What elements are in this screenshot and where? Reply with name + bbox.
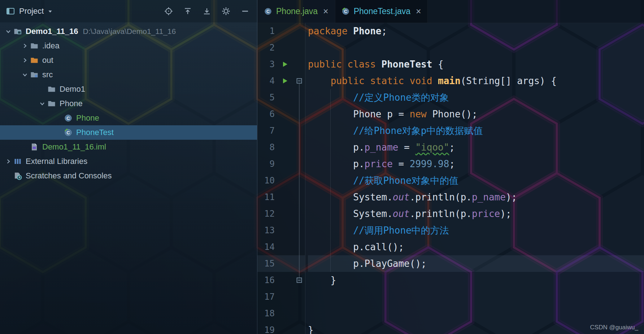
svg-text:C: C [66, 116, 70, 121]
line-number: 18 [257, 305, 275, 322]
chevron-down-icon[interactable] [4, 27, 13, 36]
tree-item-phonetest-class[interactable]: C PhoneTest [0, 125, 257, 140]
tree-item-phone-class[interactable]: C Phone [0, 111, 257, 125]
line-number: 8 [257, 139, 275, 156]
line-number: 7 [257, 122, 275, 139]
gutter-line[interactable]: 13 [257, 222, 305, 239]
tree-item-phone-folder[interactable]: Phone [0, 96, 257, 111]
code-line[interactable]: p.price = 2999.98; [308, 156, 644, 172]
tab-label[interactable]: PhoneTest.java [354, 6, 410, 16]
tree-item-project-root[interactable]: Demo1_11_16 D:\Java\java\Demo1_11_16 [0, 24, 257, 39]
run-icon[interactable] [281, 77, 288, 86]
line-number: 19 [257, 322, 275, 334]
code-line[interactable]: p.call(); [308, 239, 644, 255]
line-number: 16 [257, 272, 275, 289]
chevron-right-icon[interactable] [4, 157, 13, 166]
code-line[interactable]: p.PlayGame(); [308, 255, 644, 272]
line-number: 9 [257, 156, 275, 172]
locate-icon[interactable] [164, 6, 173, 16]
code-line[interactable]: System.out.println(p.p_name); [308, 189, 644, 205]
tab-phone-java[interactable]: C Phone.java × [257, 0, 335, 23]
editor-body: 12345678910111213141516171819 package Ph… [257, 23, 644, 334]
runnable-class-icon: C [64, 128, 73, 137]
chevron-down-icon[interactable] [46, 7, 54, 15]
gutter-line[interactable]: 4 [257, 73, 305, 89]
editor-panel: C Phone.java × C PhoneTest.java × 123456… [257, 0, 644, 334]
chevron-down-icon[interactable] [20, 70, 30, 79]
gutter-line[interactable]: 15 [257, 255, 305, 272]
code-line[interactable] [308, 305, 644, 322]
code-line[interactable] [308, 39, 644, 56]
gutter-line[interactable]: 19 [257, 322, 305, 334]
gutter-line[interactable]: 16 [257, 272, 305, 289]
tree-item-src[interactable]: src [0, 68, 257, 82]
code-line[interactable]: //获取Phone对象中的值 [308, 172, 644, 189]
code-line[interactable]: Phone p = new Phone(); [308, 106, 644, 122]
tree-item-demo1[interactable]: Demo1 [0, 82, 257, 96]
tree-item-idea[interactable]: .idea [0, 39, 257, 53]
scroll-down-icon[interactable] [202, 6, 212, 16]
gutter-line[interactable]: 8 [257, 139, 305, 156]
fold-icon[interactable] [296, 78, 302, 85]
gear-icon[interactable] [221, 6, 231, 16]
tree-item-out[interactable]: out [0, 53, 257, 68]
project-panel-title[interactable]: Project [19, 6, 44, 16]
close-icon[interactable]: × [323, 7, 328, 16]
scroll-up-icon[interactable] [183, 6, 192, 16]
gutter-line[interactable]: 14 [257, 239, 305, 255]
watermark: CSDN @guaiwu_ [590, 324, 638, 331]
code-line[interactable]: //定义Phone类的对象 [308, 89, 644, 106]
gutter-line[interactable]: 3 [257, 56, 305, 73]
gutter-line[interactable]: 10 [257, 172, 305, 189]
tool-window-icon [6, 6, 15, 16]
chevron-right-icon[interactable] [20, 41, 30, 51]
tab-phonetest-java[interactable]: C PhoneTest.java × [335, 0, 428, 23]
gutter-line[interactable]: 12 [257, 205, 305, 222]
tree-item-label: PhoneTest [76, 125, 114, 140]
code-line[interactable]: System.out.println(p.price); [308, 205, 644, 222]
svg-text:C: C [344, 9, 347, 14]
line-number: 17 [257, 289, 275, 305]
chevron-spacer [4, 171, 13, 181]
gutter-line[interactable]: 18 [257, 305, 305, 322]
fold-icon[interactable] [296, 277, 302, 285]
gutter-line[interactable]: 7 [257, 122, 305, 139]
folder-icon [30, 41, 39, 51]
tree-item-label: Scratches and Consoles [26, 169, 112, 183]
chevron-right-icon[interactable] [20, 56, 30, 65]
gutter-line[interactable]: 11 [257, 189, 305, 205]
close-icon[interactable]: × [416, 7, 421, 16]
folder-excluded-icon [30, 56, 39, 65]
chevron-down-icon[interactable] [38, 99, 47, 108]
gutter-line[interactable]: 6 [257, 106, 305, 122]
gutter-line[interactable]: 9 [257, 156, 305, 172]
code-line[interactable]: package Phone; [308, 23, 644, 39]
code-line[interactable]: public class PhoneTest { [308, 56, 644, 73]
code-line[interactable] [308, 289, 644, 305]
run-icon[interactable] [281, 61, 288, 69]
line-number: 13 [257, 222, 275, 239]
gutter-line[interactable]: 1 [257, 23, 305, 39]
code-line[interactable]: //调用Phone中的方法 [308, 222, 644, 239]
scratches-icon [13, 171, 22, 181]
gutter-line[interactable]: 2 [257, 39, 305, 56]
code-line[interactable]: //给Phone对象p中的数据赋值 [308, 122, 644, 139]
tree-item-scratches[interactable]: Scratches and Consoles [0, 169, 257, 183]
tree-item-iml-file[interactable]: Demo1_11_16.iml [0, 140, 257, 154]
code-line[interactable]: } [308, 272, 644, 289]
tab-label[interactable]: Phone.java [276, 6, 318, 16]
folder-icon [47, 84, 56, 94]
chevron-spacer [38, 84, 47, 94]
hide-panel-icon[interactable] [240, 6, 250, 16]
project-path: D:\Java\java\Demo1_11_16 [83, 27, 176, 36]
chevron-spacer [20, 142, 30, 152]
tree-item-label: out [42, 53, 53, 68]
chevron-spacer [54, 128, 64, 137]
code-area[interactable]: package Phone;public class PhoneTest { p… [305, 23, 644, 334]
gutter-line[interactable]: 17 [257, 289, 305, 305]
gutter-line[interactable]: 5 [257, 89, 305, 106]
code-line[interactable]: public static void main(String[] args) { [308, 73, 644, 89]
tree-item-external-libraries[interactable]: External Libraries [0, 154, 257, 169]
code-line[interactable]: p.p_name = "iqoo"; [308, 139, 644, 156]
class-icon: C [264, 7, 272, 16]
